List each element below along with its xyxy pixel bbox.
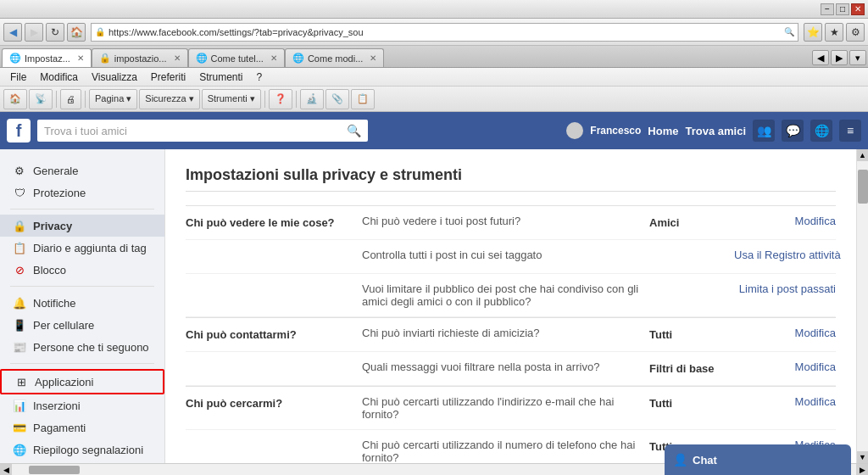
menu-visualizza[interactable]: Visualizza xyxy=(85,70,144,85)
refresh-button[interactable]: ↻ xyxy=(46,23,64,42)
sidebar-item-applicazioni[interactable]: ⊞ Applicazioni xyxy=(0,369,164,394)
tab-close-2[interactable]: ✕ xyxy=(270,53,277,63)
sidebar-item-protezione[interactable]: 🛡 Protezione xyxy=(0,182,164,204)
label-messaggi-empty xyxy=(186,360,355,362)
toolbar-home[interactable]: 🏠 xyxy=(3,89,27,109)
link-amicizia[interactable]: Modifica xyxy=(795,327,836,339)
tab-close-0[interactable]: ✕ xyxy=(77,53,84,63)
link-email[interactable]: Modifica xyxy=(795,395,836,408)
row-messaggi: Quali messaggi vuoi filtrare nella posta… xyxy=(186,352,836,386)
forward-button[interactable]: ▶ xyxy=(25,23,43,42)
row-registro: Controlla tutti i post in cui sei taggat… xyxy=(186,240,836,274)
sidebar-item-diario[interactable]: 📋 Diario e aggiunta di tag xyxy=(0,237,164,259)
tab-label-3: Come modi... xyxy=(308,53,363,64)
sidebar-item-inserzioni[interactable]: 📊 Inserzioni xyxy=(0,394,164,416)
scrollbar-right-btn[interactable]: ▶ xyxy=(856,464,868,476)
fb-logo[interactable]: f xyxy=(7,119,31,142)
link-limita[interactable]: Limita i post passati xyxy=(739,282,836,295)
fb-globe-icon[interactable]: 🌐 xyxy=(810,120,832,142)
sidebar-item-persone[interactable]: 📰 Persone che ti seguono xyxy=(0,336,164,358)
fb-username[interactable]: Francesco xyxy=(590,125,641,137)
toolbar-rss[interactable]: 📡 xyxy=(29,89,53,109)
scrollbar-h-thumb[interactable] xyxy=(29,466,80,474)
tab-scroll-right[interactable]: ▶ xyxy=(831,50,848,65)
tab-right-buttons: ◀ ▶ ▾ xyxy=(812,50,866,67)
sidebar-label-cellulare: Per cellulare xyxy=(33,319,94,332)
fb-home-link[interactable]: Home xyxy=(648,125,678,137)
maximize-button[interactable]: □ xyxy=(836,3,849,15)
tab-close-3[interactable]: ✕ xyxy=(370,53,376,63)
link-registro[interactable]: Usa il Registro attività xyxy=(734,249,841,261)
menu-modifica[interactable]: Modifica xyxy=(33,70,85,85)
fb-search-bar[interactable]: Trova i tuoi amici 🔍 xyxy=(37,120,368,142)
menu-file[interactable]: File xyxy=(3,70,33,85)
right-scrollbar[interactable]: ▲ ▼ xyxy=(856,149,868,463)
privacy-icon: 🔒 xyxy=(13,219,26,232)
add-favorites-button[interactable]: ★ xyxy=(825,23,843,42)
tools-nav-button[interactable]: ⚙ xyxy=(846,23,865,42)
scrollbar-thumb[interactable] xyxy=(858,170,868,204)
tab-3[interactable]: 🌐 Come modi... ✕ xyxy=(285,48,384,67)
toolbar-research[interactable]: 🔬 xyxy=(300,89,324,109)
scrollbar-up[interactable]: ▲ xyxy=(857,149,869,161)
q-messaggi: Quali messaggi vuoi filtrare nella posta… xyxy=(362,360,599,373)
fb-sidebar: ⚙ Generale 🛡 Protezione 🔒 Privacy 📋 Diar… xyxy=(0,149,165,463)
chat-bubble[interactable]: 👤 Chat xyxy=(665,444,851,475)
home-button[interactable]: 🏠 xyxy=(67,23,86,42)
scrollbar-down[interactable]: ▼ xyxy=(857,451,869,463)
sidebar-item-blocco[interactable]: ⊘ Blocco xyxy=(0,259,164,281)
minimize-button[interactable]: − xyxy=(821,3,834,15)
tab-favicon-2: 🌐 xyxy=(196,53,208,64)
tab-close-1[interactable]: ✕ xyxy=(174,53,181,63)
toolbar-sicurezza[interactable]: Sicurezza ▾ xyxy=(139,89,199,109)
menu-strumenti[interactable]: Strumenti xyxy=(192,70,249,85)
sidebar-item-cellulare[interactable]: 📱 Per cellulare xyxy=(0,314,164,336)
link-messaggi[interactable]: Modifica xyxy=(795,360,836,373)
row-limita: Vuoi limitare il pubblico dei post che h… xyxy=(186,274,836,317)
favorites-button[interactable]: ⭐ xyxy=(804,23,822,42)
q-post-futuri: Chi può vedere i tuoi post futuri? xyxy=(362,215,520,227)
menu-preferiti[interactable]: Preferiti xyxy=(144,70,192,85)
tab-scroll-left[interactable]: ◀ xyxy=(812,50,829,65)
sidebar-item-riepilogo[interactable]: 🌐 Riepilogo segnalazioni xyxy=(0,439,164,461)
toolbar-extra2[interactable]: 📋 xyxy=(351,89,375,109)
v-amicizia: Tutti xyxy=(649,327,734,341)
toolbar-pagina[interactable]: Pagina ▾ xyxy=(89,89,137,109)
generale-icon: ⚙ xyxy=(13,164,26,177)
inserzioni-icon: 📊 xyxy=(13,399,26,412)
sidebar-item-generale[interactable]: ⚙ Generale xyxy=(0,159,164,182)
sidebar-item-privacy[interactable]: 🔒 Privacy xyxy=(0,215,164,237)
label-contattarmi: Chi può contattarmi? xyxy=(186,327,355,341)
home-icon: 🏠 xyxy=(9,93,21,104)
tab-1[interactable]: 🔒 impostazio... ✕ xyxy=(92,48,188,67)
fb-find-friends-link[interactable]: Trova amici xyxy=(685,125,746,137)
fb-messages-icon[interactable]: 💬 xyxy=(782,120,804,142)
label-limita-empty xyxy=(186,282,355,284)
row-vedere-q1: Chi può vedere i tuoi post futuri? xyxy=(355,215,649,227)
a-messaggi: Modifica xyxy=(734,360,836,373)
address-bar[interactable]: 🔒 https://www.facebook.com/settings/?tab… xyxy=(91,23,798,42)
section-vedere: Chi può vedere le mie cose? Chi può vede… xyxy=(186,205,836,317)
sidebar-item-notifiche[interactable]: 🔔 Notifiche xyxy=(0,292,164,314)
toolbar-strumenti[interactable]: Strumenti ▾ xyxy=(202,89,261,109)
scrollbar-left-btn[interactable]: ◀ xyxy=(0,464,12,476)
print-icon: 🖨 xyxy=(66,94,75,104)
sidebar-item-pagamenti[interactable]: 💳 Pagamenti xyxy=(0,416,164,439)
toolbar-print[interactable]: 🖨 xyxy=(60,89,81,109)
tab-list-button[interactable]: ▾ xyxy=(849,50,866,65)
toolbar-extra1[interactable]: 📎 xyxy=(326,89,349,109)
sidebar-label-generale: Generale xyxy=(33,165,78,177)
link-post-futuri[interactable]: Modifica xyxy=(795,215,836,227)
back-button[interactable]: ◀ xyxy=(3,23,22,42)
a-amicizia: Modifica xyxy=(734,327,836,339)
fb-account-icon[interactable]: ≡ xyxy=(839,120,861,142)
menu-help[interactable]: ? xyxy=(250,70,270,85)
scrollbar-track xyxy=(858,161,868,451)
fb-friends-icon[interactable]: 👥 xyxy=(753,120,775,142)
tab-0[interactable]: 🌐 Impostaz... ✕ xyxy=(2,48,92,67)
close-button[interactable]: ✕ xyxy=(851,3,865,15)
sidebar-label-diario: Diario e aggiunta di tag xyxy=(33,242,147,254)
riepilogo-icon: 🌐 xyxy=(13,443,26,456)
tab-2[interactable]: 🌐 Come tutel... ✕ xyxy=(188,48,285,67)
toolbar-help[interactable]: ❓ xyxy=(269,89,292,109)
